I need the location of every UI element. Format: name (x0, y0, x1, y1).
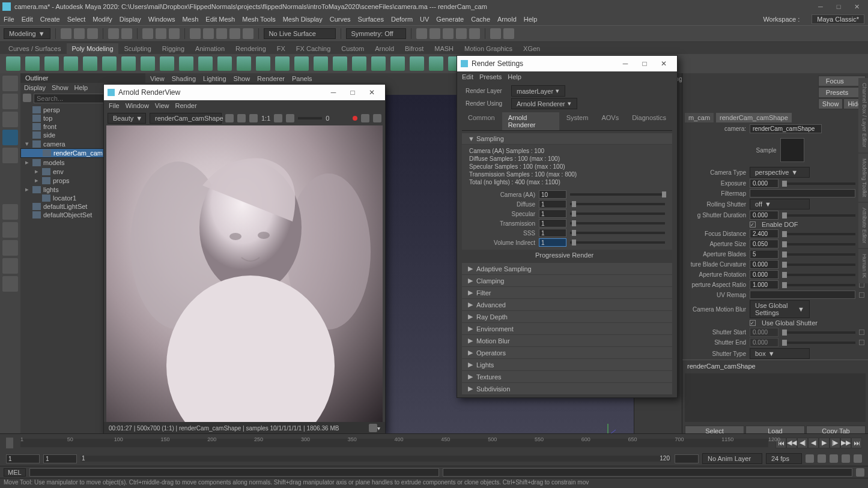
shelf-tab-bifrost[interactable]: Bifrost (400, 43, 428, 54)
menu-edit[interactable]: Edit (22, 16, 33, 23)
shelf-item-icon[interactable] (217, 56, 232, 71)
menu-windows[interactable]: Windows (148, 16, 175, 23)
menu-create[interactable]: Create (40, 16, 60, 23)
attr-shutter-end-map-icon[interactable] (859, 340, 864, 345)
fps-select[interactable]: 24 fps (766, 453, 802, 464)
menu-curves[interactable]: Curves (330, 16, 351, 23)
shelf-tab-xgen[interactable]: XGen (518, 43, 545, 54)
shelf-item-icon[interactable] (25, 56, 40, 71)
arv-minimize-button[interactable]: ─ (324, 88, 343, 97)
scale-tool-icon[interactable] (2, 148, 18, 163)
expand-icon[interactable]: ▸ (34, 167, 40, 175)
layout-four-icon[interactable] (2, 222, 18, 238)
arv-preset-select[interactable]: Beauty▼ (108, 113, 146, 124)
rs-section-environment[interactable]: ▶Environment (462, 323, 672, 334)
next-key-button[interactable]: |▶ (830, 438, 840, 448)
attr-g-shutter-duration-input[interactable] (750, 211, 778, 220)
menu-file[interactable]: File (4, 16, 14, 23)
timeline-track[interactable]: 1501001502002503003504004505005506006507… (20, 439, 768, 447)
layout-outliner-icon[interactable] (2, 276, 18, 292)
arv-dropdown-icon[interactable]: ▾ (377, 425, 380, 432)
attr-shutter-end-slider[interactable] (782, 342, 855, 344)
shelf-item-icon[interactable] (44, 56, 59, 71)
play-back-button[interactable]: ◀ (808, 438, 819, 448)
shelf-tab-rendering[interactable]: Rendering (231, 43, 271, 54)
shelf-item-icon[interactable] (429, 56, 443, 71)
layout-two-h-icon[interactable] (2, 240, 18, 256)
rs-section-advanced[interactable]: ▶Advanced (462, 299, 672, 310)
arv-menu-file[interactable]: File (109, 102, 120, 109)
render-view-icon[interactable] (456, 28, 467, 39)
prev-key-button[interactable]: ◀| (797, 438, 808, 448)
sampling-sss-slider[interactable] (570, 232, 665, 234)
outliner-menu-show[interactable]: Show (52, 84, 68, 91)
attr-uv-remap-input[interactable] (750, 291, 855, 299)
menu-uv[interactable]: UV (420, 16, 429, 23)
render-using-select[interactable]: Arnold Renderer▾ (511, 98, 577, 109)
snap-live-icon[interactable] (243, 28, 253, 39)
render-globals-icon[interactable] (469, 28, 480, 39)
open-scene-icon[interactable] (74, 28, 85, 39)
workspace-select[interactable]: Maya Classic* (812, 14, 864, 24)
arv-update-icon[interactable] (249, 114, 258, 122)
attr-aperture-blades-input[interactable] (750, 250, 778, 259)
attr-shutter-start-slider[interactable] (782, 331, 855, 334)
live-surface-select[interactable]: No Live Surface (264, 28, 336, 39)
side-tab-modeling-toolkit[interactable]: Modeling Toolkit (858, 154, 868, 202)
arv-menu-window[interactable]: Window (126, 102, 149, 109)
range-slider[interactable]: 1120 (80, 456, 671, 462)
go-end-button[interactable]: ⏭ (851, 438, 862, 448)
arv-snapshot-icon[interactable] (369, 424, 377, 432)
attr-aperture-rotation-slider[interactable] (782, 274, 855, 276)
paint-select-icon[interactable] (169, 28, 180, 39)
expand-icon[interactable]: ▾ (24, 140, 30, 148)
shelf-tab-arnold[interactable]: Arnold (370, 43, 399, 54)
arv-rec-icon[interactable] (353, 116, 357, 121)
arv-maximize-button[interactable]: □ (343, 88, 362, 97)
range-in-input[interactable] (43, 454, 77, 463)
sampling-sss-input[interactable] (539, 229, 566, 237)
attr-ture-blade-curvature-input[interactable] (750, 260, 778, 269)
shelf-tab-curves-surfaces[interactable]: Curves / Surfaces (4, 43, 65, 54)
vp-menu-renderer[interactable]: Renderer (257, 75, 285, 82)
snap-curve-icon[interactable] (203, 28, 214, 39)
new-scene-icon[interactable] (61, 28, 71, 39)
rs-section-motion-blur[interactable]: ▶Motion Blur (462, 335, 672, 346)
menu-generate[interactable]: Generate (436, 16, 464, 23)
shelf-item-icon[interactable] (179, 56, 193, 71)
mode-select[interactable]: Modeling▼ (4, 28, 50, 39)
attr-ture-blade-curvature-slider[interactable] (782, 264, 855, 266)
rs-maximize-button[interactable]: □ (635, 59, 654, 68)
rs-tab-aovs[interactable]: AOVs (595, 112, 625, 130)
show-button[interactable]: Show (818, 98, 843, 109)
shelf-tab-sculpting[interactable]: Sculpting (120, 43, 156, 54)
attr-camera-type-select[interactable]: perspective▼ (750, 167, 810, 178)
menu-help[interactable]: Help (524, 16, 538, 23)
expand-icon[interactable]: ▸ (24, 185, 30, 193)
timeline[interactable]: 1501001502002503003504004505005506006507… (0, 433, 868, 451)
menu-surfaces[interactable]: Surfaces (358, 16, 384, 23)
lasso-tool-icon[interactable] (2, 94, 18, 109)
select-mode-icon[interactable] (142, 28, 153, 39)
arv-close-button[interactable]: ✕ (362, 88, 381, 97)
menu-deform[interactable]: Deform (391, 16, 413, 23)
sampling-camera-aa--slider[interactable] (570, 193, 665, 196)
redo-icon[interactable] (121, 28, 132, 39)
window-maximize-button[interactable]: □ (830, 1, 848, 13)
mel-label[interactable]: MEL (4, 468, 26, 477)
sampling-specular-input[interactable] (539, 209, 566, 218)
playback-start-icon[interactable] (490, 28, 501, 39)
rs-tab-common[interactable]: Common (462, 112, 501, 130)
save-scene-icon[interactable] (87, 28, 98, 39)
shelf-item-icon[interactable] (333, 56, 347, 71)
attr-uv-remap-map-icon[interactable] (859, 292, 864, 298)
rs-minimize-button[interactable]: ─ (616, 59, 635, 68)
menu-select[interactable]: Select (67, 16, 86, 23)
window-minimize-button[interactable]: ─ (812, 1, 830, 13)
shelf-item-icon[interactable] (160, 56, 174, 71)
attr-filtermap-input[interactable] (750, 189, 855, 197)
attr-g-shutter-duration-slider[interactable] (782, 214, 855, 217)
attr-use-global-shutter-checkbox[interactable] (750, 320, 756, 326)
attr-focus-distance-input[interactable] (750, 229, 778, 238)
attr-rolling-shutter-select[interactable]: off▼ (750, 199, 810, 209)
